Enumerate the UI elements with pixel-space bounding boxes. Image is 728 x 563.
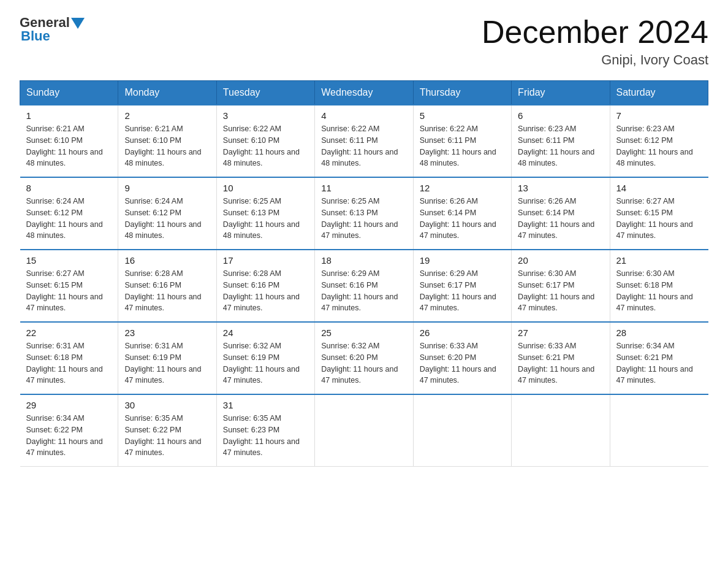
- day-info: Sunrise: 6:29 AMSunset: 6:17 PMDaylight:…: [420, 268, 505, 314]
- day-number: 11: [321, 183, 406, 193]
- day-info: Sunrise: 6:22 AMSunset: 6:11 PMDaylight:…: [321, 123, 406, 169]
- calendar-cell: 1 Sunrise: 6:21 AMSunset: 6:10 PMDayligh…: [20, 105, 118, 177]
- calendar-cell: 17 Sunrise: 6:28 AMSunset: 6:16 PMDaylig…: [216, 250, 314, 322]
- calendar-cell: 30 Sunrise: 6:35 AMSunset: 6:22 PMDaylig…: [118, 394, 216, 467]
- header-day-thursday: Thursday: [413, 81, 511, 105]
- logo-blue-text: Blue: [21, 28, 85, 44]
- day-number: 21: [616, 255, 702, 266]
- calendar-cell: 22 Sunrise: 6:31 AMSunset: 6:18 PMDaylig…: [20, 322, 118, 394]
- calendar-cell: 28 Sunrise: 6:34 AMSunset: 6:21 PMDaylig…: [610, 322, 708, 394]
- calendar-cell: 9 Sunrise: 6:24 AMSunset: 6:12 PMDayligh…: [118, 177, 216, 250]
- day-number: 28: [616, 327, 702, 338]
- calendar-cell: 5 Sunrise: 6:22 AMSunset: 6:11 PMDayligh…: [413, 105, 511, 177]
- day-info: Sunrise: 6:22 AMSunset: 6:10 PMDaylight:…: [223, 123, 308, 169]
- calendar-cell: 29 Sunrise: 6:34 AMSunset: 6:22 PMDaylig…: [20, 394, 118, 467]
- header-day-sunday: Sunday: [20, 81, 118, 105]
- day-info: Sunrise: 6:28 AMSunset: 6:16 PMDaylight:…: [124, 268, 210, 314]
- day-number: 27: [518, 327, 603, 338]
- calendar-header-row: SundayMondayTuesdayWednesdayThursdayFrid…: [20, 81, 708, 105]
- day-info: Sunrise: 6:29 AMSunset: 6:16 PMDaylight:…: [321, 268, 406, 314]
- day-info: Sunrise: 6:33 AMSunset: 6:20 PMDaylight:…: [420, 340, 505, 386]
- day-number: 5: [420, 110, 505, 121]
- calendar-cell: 16 Sunrise: 6:28 AMSunset: 6:16 PMDaylig…: [118, 250, 216, 322]
- day-info: Sunrise: 6:28 AMSunset: 6:16 PMDaylight:…: [223, 268, 308, 314]
- day-number: 8: [26, 183, 112, 193]
- calendar-week-row: 8 Sunrise: 6:24 AMSunset: 6:12 PMDayligh…: [20, 177, 708, 250]
- day-info: Sunrise: 6:26 AMSunset: 6:14 PMDaylight:…: [518, 196, 603, 242]
- day-info: Sunrise: 6:35 AMSunset: 6:22 PMDaylight:…: [124, 413, 210, 459]
- calendar-cell: 2 Sunrise: 6:21 AMSunset: 6:10 PMDayligh…: [118, 105, 216, 177]
- day-info: Sunrise: 6:27 AMSunset: 6:15 PMDaylight:…: [26, 268, 112, 314]
- day-info: Sunrise: 6:34 AMSunset: 6:22 PMDaylight:…: [26, 413, 112, 459]
- day-number: 17: [223, 255, 308, 266]
- calendar-cell: 19 Sunrise: 6:29 AMSunset: 6:17 PMDaylig…: [413, 250, 511, 322]
- calendar-cell: 8 Sunrise: 6:24 AMSunset: 6:12 PMDayligh…: [20, 177, 118, 250]
- day-info: Sunrise: 6:25 AMSunset: 6:13 PMDaylight:…: [223, 196, 308, 242]
- calendar-cell: 13 Sunrise: 6:26 AMSunset: 6:14 PMDaylig…: [512, 177, 610, 250]
- day-number: 10: [223, 183, 308, 193]
- page-title: December 2024: [482, 15, 708, 50]
- title-block: December 2024 Gnipi, Ivory Coast: [482, 15, 708, 68]
- day-number: 13: [518, 183, 603, 193]
- day-number: 19: [420, 255, 505, 266]
- day-number: 16: [124, 255, 210, 266]
- calendar-cell: 18 Sunrise: 6:29 AMSunset: 6:16 PMDaylig…: [315, 250, 413, 322]
- day-info: Sunrise: 6:30 AMSunset: 6:17 PMDaylight:…: [518, 268, 603, 314]
- day-number: 25: [321, 327, 406, 338]
- calendar-week-row: 1 Sunrise: 6:21 AMSunset: 6:10 PMDayligh…: [20, 105, 708, 177]
- day-info: Sunrise: 6:32 AMSunset: 6:19 PMDaylight:…: [223, 340, 308, 386]
- day-info: Sunrise: 6:23 AMSunset: 6:12 PMDaylight:…: [616, 123, 702, 169]
- calendar-week-row: 29 Sunrise: 6:34 AMSunset: 6:22 PMDaylig…: [20, 394, 708, 467]
- day-info: Sunrise: 6:27 AMSunset: 6:15 PMDaylight:…: [616, 196, 702, 242]
- calendar-cell: 15 Sunrise: 6:27 AMSunset: 6:15 PMDaylig…: [20, 250, 118, 322]
- day-number: 29: [26, 400, 112, 410]
- day-info: Sunrise: 6:21 AMSunset: 6:10 PMDaylight:…: [26, 123, 112, 169]
- day-number: 31: [223, 400, 308, 410]
- day-number: 18: [321, 255, 406, 266]
- calendar-cell: 6 Sunrise: 6:23 AMSunset: 6:11 PMDayligh…: [512, 105, 610, 177]
- day-number: 1: [26, 110, 112, 121]
- calendar-cell: 10 Sunrise: 6:25 AMSunset: 6:13 PMDaylig…: [216, 177, 314, 250]
- day-info: Sunrise: 6:24 AMSunset: 6:12 PMDaylight:…: [26, 196, 112, 242]
- day-number: 30: [124, 400, 210, 410]
- calendar-cell: 27 Sunrise: 6:33 AMSunset: 6:21 PMDaylig…: [512, 322, 610, 394]
- day-info: Sunrise: 6:35 AMSunset: 6:23 PMDaylight:…: [223, 413, 308, 459]
- calendar-cell: 4 Sunrise: 6:22 AMSunset: 6:11 PMDayligh…: [315, 105, 413, 177]
- page-location: Gnipi, Ivory Coast: [482, 52, 708, 68]
- calendar-cell: 25 Sunrise: 6:32 AMSunset: 6:20 PMDaylig…: [315, 322, 413, 394]
- calendar-cell: 11 Sunrise: 6:25 AMSunset: 6:13 PMDaylig…: [315, 177, 413, 250]
- day-info: Sunrise: 6:25 AMSunset: 6:13 PMDaylight:…: [321, 196, 406, 242]
- day-number: 2: [124, 110, 210, 121]
- header-day-tuesday: Tuesday: [216, 81, 314, 105]
- day-info: Sunrise: 6:32 AMSunset: 6:20 PMDaylight:…: [321, 340, 406, 386]
- calendar-table: SundayMondayTuesdayWednesdayThursdayFrid…: [20, 80, 708, 467]
- day-number: 9: [124, 183, 210, 193]
- day-info: Sunrise: 6:24 AMSunset: 6:12 PMDaylight:…: [124, 196, 210, 242]
- calendar-cell: 7 Sunrise: 6:23 AMSunset: 6:12 PMDayligh…: [610, 105, 708, 177]
- calendar-cell: 31 Sunrise: 6:35 AMSunset: 6:23 PMDaylig…: [216, 394, 314, 467]
- day-info: Sunrise: 6:21 AMSunset: 6:10 PMDaylight:…: [124, 123, 210, 169]
- calendar-cell: 20 Sunrise: 6:30 AMSunset: 6:17 PMDaylig…: [512, 250, 610, 322]
- calendar-cell: 24 Sunrise: 6:32 AMSunset: 6:19 PMDaylig…: [216, 322, 314, 394]
- day-number: 7: [616, 110, 702, 121]
- calendar-cell: [413, 394, 511, 467]
- day-number: 26: [420, 327, 505, 338]
- calendar-cell: 23 Sunrise: 6:31 AMSunset: 6:19 PMDaylig…: [118, 322, 216, 394]
- header-day-wednesday: Wednesday: [315, 81, 413, 105]
- calendar-cell: [315, 394, 413, 467]
- day-info: Sunrise: 6:33 AMSunset: 6:21 PMDaylight:…: [518, 340, 603, 386]
- calendar-cell: [512, 394, 610, 467]
- calendar-cell: [610, 394, 708, 467]
- day-info: Sunrise: 6:26 AMSunset: 6:14 PMDaylight:…: [420, 196, 505, 242]
- page-header: General Blue December 2024 Gnipi, Ivory …: [20, 15, 708, 68]
- calendar-week-row: 15 Sunrise: 6:27 AMSunset: 6:15 PMDaylig…: [20, 250, 708, 322]
- day-info: Sunrise: 6:30 AMSunset: 6:18 PMDaylight:…: [616, 268, 702, 314]
- day-number: 3: [223, 110, 308, 121]
- day-info: Sunrise: 6:31 AMSunset: 6:19 PMDaylight:…: [124, 340, 210, 386]
- day-number: 22: [26, 327, 112, 338]
- calendar-cell: 26 Sunrise: 6:33 AMSunset: 6:20 PMDaylig…: [413, 322, 511, 394]
- calendar-week-row: 22 Sunrise: 6:31 AMSunset: 6:18 PMDaylig…: [20, 322, 708, 394]
- day-info: Sunrise: 6:23 AMSunset: 6:11 PMDaylight:…: [518, 123, 603, 169]
- day-info: Sunrise: 6:34 AMSunset: 6:21 PMDaylight:…: [616, 340, 702, 386]
- logo: General Blue: [20, 15, 85, 44]
